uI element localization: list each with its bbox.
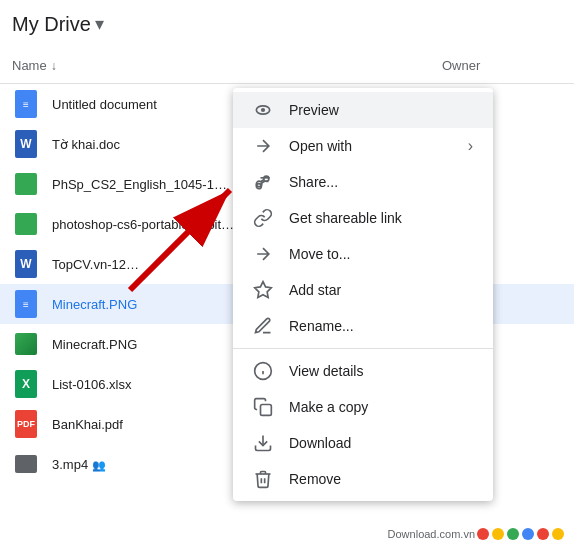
menu-item-share[interactable]: Share... [233, 164, 493, 200]
file-icon-container: W [12, 130, 40, 158]
watermark-dot [522, 528, 534, 540]
menu-label: Open with [289, 138, 452, 154]
menu-label: Make a copy [289, 399, 473, 415]
menu-label: Remove [289, 471, 473, 487]
menu-item-move_to[interactable]: Move to... [233, 236, 493, 272]
pdf-icon: PDF [15, 410, 37, 438]
file-icon-container: PDF [12, 410, 40, 438]
file-icon-container [12, 450, 40, 478]
menu-item-shareable_link[interactable]: Get shareable link [233, 200, 493, 236]
menu-item-preview[interactable]: Preview [233, 92, 493, 128]
svg-rect-8 [261, 405, 272, 416]
menu-item-download[interactable]: Download [233, 425, 493, 461]
folder-icon [15, 213, 37, 235]
menu-item-rename[interactable]: Rename... [233, 308, 493, 344]
link-icon [253, 208, 273, 228]
watermark-dot [477, 528, 489, 540]
file-list-header: Name ↓ Owner [0, 48, 574, 84]
move-icon [253, 244, 273, 264]
gdoc-icon: ≡ [15, 290, 37, 318]
file-icon-container [12, 210, 40, 238]
menu-label: View details [289, 363, 473, 379]
svg-marker-4 [255, 282, 272, 298]
excel-icon: X [15, 370, 37, 398]
menu-divider [233, 348, 493, 349]
word-icon: W [15, 130, 37, 158]
context-menu: Preview Open with › Share... Get shareab… [233, 88, 493, 501]
menu-label: Preview [289, 102, 473, 118]
header: My Drive ▾ [0, 0, 574, 48]
file-icon-container [12, 330, 40, 358]
svg-point-1 [261, 108, 265, 112]
menu-item-remove[interactable]: Remove [233, 461, 493, 497]
watermark: Download.com.vn [388, 528, 564, 540]
copy-icon [253, 397, 273, 417]
dropdown-arrow-icon[interactable]: ▾ [95, 13, 104, 35]
file-icon-container: ≡ [12, 90, 40, 118]
shared-icon: 👥 [92, 459, 106, 471]
menu-label: Rename... [289, 318, 473, 334]
watermark-dot [492, 528, 504, 540]
watermark-dot [507, 528, 519, 540]
column-name[interactable]: Name ↓ [12, 58, 442, 73]
file-icon-container: X [12, 370, 40, 398]
menu-label: Move to... [289, 246, 473, 262]
menu-label: Add star [289, 282, 473, 298]
file-icon-container: ≡ [12, 290, 40, 318]
eye-icon [253, 100, 273, 120]
menu-item-add_star[interactable]: Add star [233, 272, 493, 308]
watermark-dot [537, 528, 549, 540]
rename-icon [253, 316, 273, 336]
folder-icon [15, 173, 37, 195]
sort-icon: ↓ [51, 59, 57, 73]
file-icon-container: W [12, 250, 40, 278]
menu-label: Download [289, 435, 473, 451]
info-icon [253, 361, 273, 381]
share-icon [253, 172, 273, 192]
menu-item-view_details[interactable]: View details [233, 353, 493, 389]
word-icon: W [15, 250, 37, 278]
menu-label: Get shareable link [289, 210, 473, 226]
watermark-dots [477, 528, 564, 540]
menu-item-make_copy[interactable]: Make a copy [233, 389, 493, 425]
download-icon [253, 433, 273, 453]
open-icon [253, 136, 273, 156]
video-icon [15, 455, 37, 473]
page-title: My Drive [12, 13, 91, 36]
gdoc-icon: ≡ [15, 90, 37, 118]
file-icon-container [12, 170, 40, 198]
column-owner: Owner [442, 58, 562, 73]
star-icon [253, 280, 273, 300]
trash-icon [253, 469, 273, 489]
submenu-arrow-icon: › [468, 137, 473, 155]
watermark-text: Download.com.vn [388, 528, 475, 540]
menu-item-open_with[interactable]: Open with › [233, 128, 493, 164]
image-icon [15, 333, 37, 355]
menu-label: Share... [289, 174, 473, 190]
watermark-dot [552, 528, 564, 540]
